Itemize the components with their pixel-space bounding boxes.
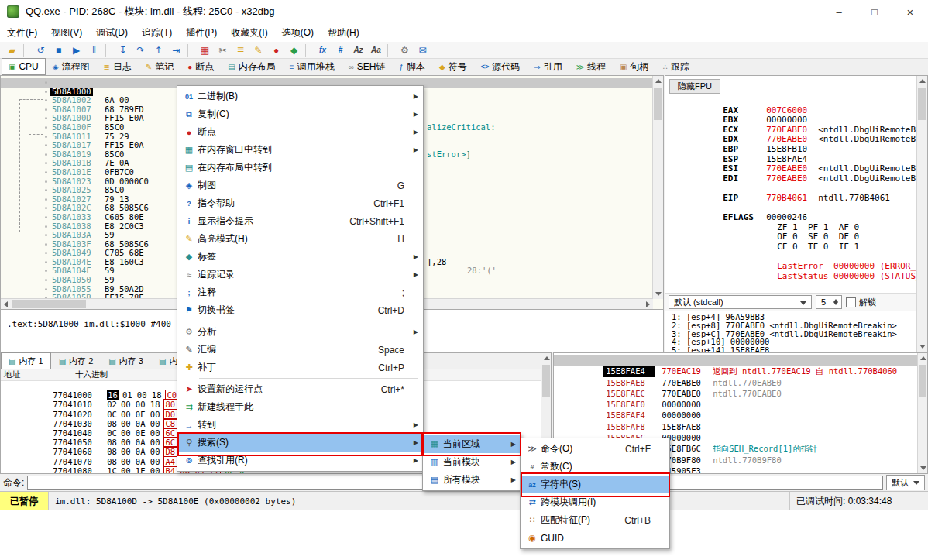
menu-item-show-mnemonic-brief[interactable]: i 显示指令提示 Ctrl+Shift+F1 (177, 212, 423, 230)
menu-bar-item[interactable]: 帮助(H) (321, 23, 366, 42)
scroll-down-icon[interactable] (919, 345, 926, 349)
menu-item-search[interactable]: ⚲ 搜索(S) ▶ (177, 434, 423, 452)
menu-item-find-references[interactable]: ⊚ 查找引用(R) ▶ (177, 452, 423, 469)
toolbar-separator[interactable] (23, 44, 29, 57)
tab-memory-map[interactable]: ▤ 内存布局 (221, 58, 282, 75)
tab-cpu[interactable]: ▣ CPU (2, 58, 46, 75)
menu-item-command[interactable]: ≫ 命令(O) Ctrl+F (521, 440, 669, 458)
preferences-aa-icon[interactable]: Aa (367, 43, 385, 58)
settings-gear-icon[interactable]: ⚙ (396, 43, 414, 58)
menu-item-assemble[interactable]: ✎ 汇编 Space (177, 341, 423, 359)
menu-item-graph[interactable]: ◈ 制图 G (177, 177, 423, 194)
menu-item-label[interactable]: ◆ 标签 ▶ (177, 248, 423, 266)
registers-scrollbar[interactable] (916, 76, 927, 352)
tab-threads[interactable]: ≫ 线程 (569, 58, 613, 75)
arg-count-spinner[interactable]: 5 (816, 295, 842, 309)
run-to-cursor-icon[interactable]: ⇥ (167, 43, 185, 58)
tab-call-stack[interactable]: ≡ 调用堆栈 (283, 58, 342, 75)
script-fx-icon[interactable]: fx (314, 43, 332, 58)
menu-bar-item[interactable]: 插件(P) (179, 23, 224, 42)
breakpoints-icon[interactable]: ● (267, 43, 285, 58)
run-icon[interactable]: ▶ (67, 43, 85, 58)
scrollbar-thumb[interactable] (654, 88, 662, 120)
step-out-icon[interactable]: ↥ (150, 43, 167, 58)
tab-breakpoints[interactable]: ● 断点 (180, 58, 221, 75)
menu-item-goto[interactable]: → 转到 ▶ (177, 416, 423, 434)
stop-icon[interactable]: ■ (50, 43, 67, 58)
menu-item-copy[interactable]: ⧉ 复制(C) ▶ (177, 105, 423, 123)
chat-icon[interactable]: ✉ (414, 43, 431, 58)
menu-item-analysis[interactable]: ⚙ 分析 ▶ (177, 323, 423, 341)
scrollbar-thumb[interactable] (542, 365, 550, 397)
scrollbar-thumb[interactable] (918, 88, 926, 120)
dump-tab-memory-1[interactable]: ▤ 内存 1 (1, 352, 51, 369)
log-icon[interactable]: ≣ (232, 43, 249, 58)
stack-row[interactable]: 15E8FAE4770EAC19返回到 ntdll.770EAC19 自 ntd… (554, 355, 918, 366)
tab-references[interactable]: ⇒ 引用 (527, 58, 569, 75)
toolbar-separator[interactable] (305, 44, 311, 57)
menu-item-highlighting-mode[interactable]: ✎ 高亮模式(H) H (177, 230, 423, 248)
toolbar-separator[interactable] (387, 44, 394, 57)
menu-item-constant[interactable]: # 常数(C) (521, 458, 669, 476)
seh-shield-icon[interactable]: ◆ (285, 43, 303, 58)
menu-item-current-module[interactable]: ▥ 当前模块 ▶ (423, 453, 521, 471)
tab-graph[interactable]: ◈ 流程图 (46, 58, 97, 75)
menu-item-pattern[interactable]: ∷ 匹配特征(P) Ctrl+B (521, 511, 669, 529)
menu-item-follow-in-memory-map[interactable]: ▤ 在内存布局中转到 (177, 159, 423, 177)
menu-item-all-modules[interactable]: ▤ 所有模块 ▶ (423, 471, 521, 489)
stack-argument-row[interactable]: 5: [esp+14] 15E8FAE8 (672, 346, 916, 352)
menu-item-comment[interactable]: ; 注释 ; (177, 283, 423, 301)
toolbar-separator[interactable] (105, 44, 112, 57)
tab-script[interactable]: ƒ 脚本 (392, 58, 432, 75)
menu-bar-item[interactable]: 选项(O) (275, 23, 321, 42)
tab-source[interactable]: <> 源代码 (474, 58, 528, 75)
menu-item-intermodular-calls[interactable]: ⇄ 跨模块调用(I) (521, 493, 669, 511)
scroll-right-icon[interactable] (646, 301, 650, 307)
scroll-up-icon[interactable] (655, 79, 662, 83)
menu-item-follow-in-dump[interactable]: ▦ 在内存窗口中转到 ▶ (177, 141, 423, 159)
menu-item-patch[interactable]: ✚ 补丁 Ctrl+P (177, 359, 423, 376)
maximize-button[interactable]: □ (857, 0, 892, 23)
scroll-down-icon[interactable] (655, 292, 662, 296)
menu-item-binary[interactable]: 01 二进制(B) ▶ (177, 88, 423, 105)
register-row[interactable]: EAX007C6000 (672, 96, 916, 106)
menu-item-current-region[interactable]: ▦ 当前区域 ▶ (423, 435, 521, 453)
menu-item-toggle-bookmark[interactable]: ⚑ 切换书签 Ctrl+D (177, 301, 423, 319)
tab-notes[interactable]: ✎ 笔记 (139, 58, 180, 75)
restart-icon[interactable]: ↺ (32, 43, 50, 58)
notes-icon[interactable]: ✎ (249, 43, 267, 58)
close-button[interactable]: × (892, 0, 928, 23)
menu-item-guid[interactable]: ◉ GUID (521, 529, 669, 547)
menu-item-set-new-origin[interactable]: ➤ 设置新的运行点 Ctrl+* (177, 380, 423, 398)
step-into-icon[interactable]: ↧ (114, 43, 132, 58)
scrollbar-thumb[interactable] (12, 300, 86, 308)
patch-icon[interactable]: ▦ (196, 43, 214, 58)
tab-trace[interactable]: ∴ 跟踪 (656, 58, 696, 75)
hide-fpu-button[interactable]: 隐藏FPU (669, 79, 720, 94)
menu-item-trace-record[interactable]: ≈ 追踪记录 ▶ (177, 266, 423, 283)
hash-icon[interactable]: # (332, 43, 349, 58)
scroll-down-icon[interactable] (920, 466, 926, 470)
menu-bar-item[interactable]: 文件(F) (0, 23, 44, 42)
scissors-icon[interactable]: ✂ (214, 43, 232, 58)
stack-scrollbar[interactable] (917, 353, 927, 473)
unlock-checkbox[interactable]: 解锁 (846, 297, 876, 308)
stack-argument-row[interactable]: 2: [esp+8] 770EABE0 <ntdll.DbgUiRemoteBr… (672, 321, 916, 330)
toolbar-separator[interactable] (187, 44, 194, 57)
calling-convention-select[interactable]: 默认 (stdcall) (669, 295, 812, 309)
menu-item-instruction-help[interactable]: ? 指令帮助 Ctrl+F1 (177, 194, 423, 212)
menu-item-breakpoint[interactable]: ● 断点 ▶ (177, 123, 423, 141)
tab-log[interactable]: ≣ 日志 (97, 58, 139, 75)
tab-seh[interactable]: ∞ SEH链 (342, 58, 393, 75)
menu-bar-item[interactable]: 调试(D) (89, 23, 135, 42)
scroll-up-icon[interactable] (920, 356, 926, 360)
scroll-left-icon[interactable] (4, 301, 8, 307)
menu-item-create-thread-here[interactable]: ⇉ 新建线程于此 (177, 398, 423, 416)
scroll-up-icon[interactable] (919, 79, 926, 83)
dump-tab-memory-3[interactable]: ▤ 内存 3 (101, 352, 151, 369)
tab-symbols[interactable]: ◆ 符号 (432, 58, 474, 75)
command-script-select[interactable]: 默认 (886, 475, 925, 490)
pause-icon[interactable]: ‖ (85, 43, 103, 58)
scroll-up-icon[interactable] (544, 356, 550, 360)
menu-item-string-references[interactable]: az 字符串(S) (521, 476, 669, 493)
